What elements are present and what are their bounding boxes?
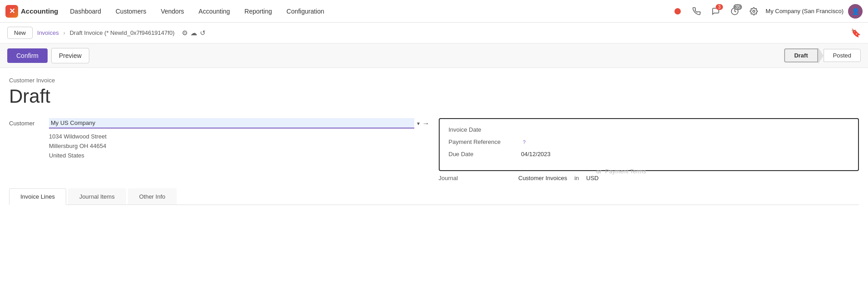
customer-field-row: Customer ▾ → <box>9 118 430 129</box>
payment-reference-row: Payment Reference ? <box>449 138 849 145</box>
or-text: or <box>596 168 602 175</box>
timer-badge: 35 <box>733 4 742 10</box>
customer-label: Customer <box>9 118 45 127</box>
breadcrumb-separator: › <box>63 30 65 36</box>
status-posted[interactable]: Posted <box>824 49 861 62</box>
preview-button[interactable]: Preview <box>51 48 89 63</box>
confirm-button[interactable]: Confirm <box>7 48 48 63</box>
tab-invoice-lines[interactable]: Invoice Lines <box>9 188 66 205</box>
logo-icon: ✕ <box>5 5 18 18</box>
main-content: Customer Invoice Draft Customer ▾ → 1034… <box>0 68 868 205</box>
journal-currency: USD <box>586 175 598 181</box>
invoice-date-row: Invoice Date <box>449 126 849 133</box>
topnav-right: 3 35 My Company (San Francisco) 👤 <box>670 4 863 19</box>
customer-section: Customer ▾ → 1034 Wildwood Street Miller… <box>9 118 430 175</box>
settings-icon[interactable] <box>747 4 761 19</box>
chat-badge: 3 <box>716 4 723 10</box>
chat-icon[interactable]: 3 <box>708 4 723 19</box>
nav-customers[interactable]: Customers <box>109 5 153 18</box>
nav-dashboard[interactable]: Dashboard <box>64 5 108 18</box>
cloud-upload-icon[interactable]: ☁ <box>190 29 197 37</box>
breadcrumb-current: Draft Invoice (* NewId_0x7f94619147f0) <box>70 29 175 36</box>
journal-label: Journal <box>439 175 511 181</box>
user-avatar[interactable]: 👤 <box>848 4 863 19</box>
phone-icon[interactable] <box>689 4 704 19</box>
tabs-bar: Invoice Lines Journal Items Other Info <box>9 188 859 205</box>
status-bar: Draft Posted <box>784 48 861 64</box>
payment-terms-row: or Payment Terms <box>593 168 859 175</box>
due-date-row: Due Date 04/12/2023 <box>449 151 849 157</box>
action-bar: Confirm Preview Draft Posted <box>0 43 868 68</box>
payment-reference-help-icon[interactable]: ? <box>523 139 526 145</box>
record-button[interactable] <box>670 4 685 19</box>
breadcrumb-icons: ⚙ ☁ ↺ <box>182 29 206 37</box>
svg-point-0 <box>674 8 681 14</box>
customer-address: 1034 Wildwood Street Millersburg OH 4465… <box>49 132 430 160</box>
app-name: Accounting <box>21 7 58 15</box>
tab-journal-items[interactable]: Journal Items <box>68 188 126 205</box>
nav-vendors[interactable]: Vendors <box>155 5 190 18</box>
address-line3: United States <box>49 151 430 161</box>
address-line1: 1034 Wildwood Street <box>49 132 430 142</box>
new-button[interactable]: New <box>7 27 33 39</box>
customer-dropdown-icon[interactable]: ▾ <box>417 120 420 127</box>
due-date-label: Due Date <box>449 151 521 157</box>
due-date-value[interactable]: 04/12/2023 <box>521 151 551 157</box>
nav-accounting[interactable]: Accounting <box>192 5 236 18</box>
payment-reference-label: Payment Reference <box>449 138 521 145</box>
payment-terms-input[interactable]: Payment Terms <box>605 168 646 175</box>
journal-in-text: in <box>574 175 579 181</box>
top-navigation: ✕ Accounting Dashboard Customers Vendors… <box>0 0 868 23</box>
invoice-label: Customer Invoice <box>9 77 859 84</box>
nav-reporting[interactable]: Reporting <box>238 5 278 18</box>
breadcrumb-invoices-link[interactable]: Invoices <box>37 29 59 36</box>
invoice-date-label: Invoice Date <box>449 126 521 133</box>
form-grid: Customer ▾ → 1034 Wildwood Street Miller… <box>9 118 859 175</box>
address-line2: Millersburg OH 44654 <box>49 142 430 151</box>
tab-other-info[interactable]: Other Info <box>128 188 177 205</box>
customer-input[interactable] <box>49 118 414 129</box>
undo-icon[interactable]: ↺ <box>200 29 206 37</box>
breadcrumb-bar: New Invoices › Draft Invoice (* NewId_0x… <box>0 23 868 43</box>
journal-value[interactable]: Customer Invoices <box>519 175 567 181</box>
invoice-details-section: Invoice Date Payment Reference ? Due Dat… <box>439 118 859 175</box>
customer-input-wrap: ▾ → <box>49 118 430 129</box>
bookmark-icon[interactable]: 🔖 <box>851 28 861 38</box>
nav-configuration[interactable]: Configuration <box>280 5 330 18</box>
journal-section: Journal Customer Invoices in USD <box>439 175 859 181</box>
invoice-title: Draft <box>9 86 859 107</box>
customer-navigate-icon[interactable]: → <box>422 119 430 128</box>
app-logo[interactable]: ✕ Accounting <box>5 5 58 18</box>
timer-icon[interactable]: 35 <box>727 4 742 19</box>
invoice-details-panel: Invoice Date Payment Reference ? Due Dat… <box>439 118 859 171</box>
company-name[interactable]: My Company (San Francisco) <box>766 8 844 14</box>
status-draft[interactable]: Draft <box>784 48 818 62</box>
settings-gear-icon[interactable]: ⚙ <box>182 29 188 37</box>
